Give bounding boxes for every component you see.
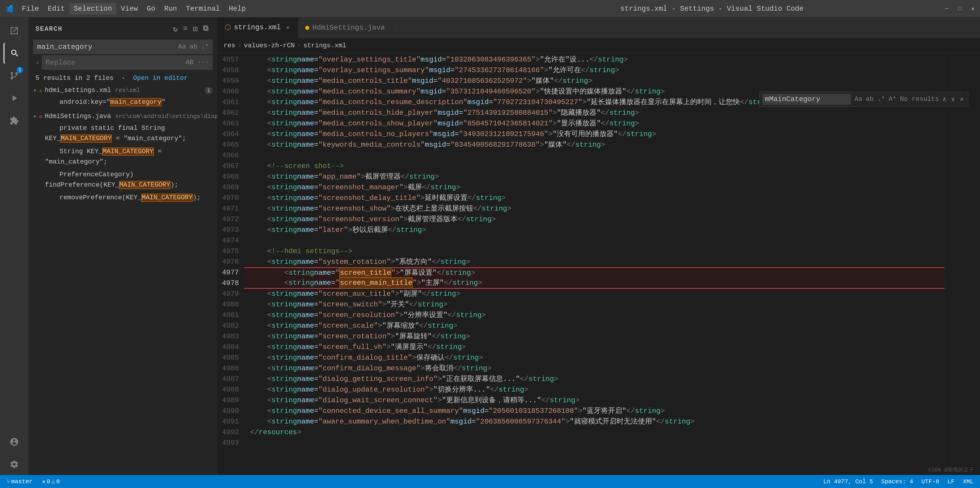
menu-terminal[interactable]: Terminal (181, 3, 224, 14)
match-j4-hl: MAIN_CATEGORY (142, 194, 193, 202)
match-context-before: android:key=" (59, 99, 110, 106)
result-file-header-hdmi[interactable]: ▾ ⚠ hdmi_settings.xml res\xml 1 (29, 85, 217, 96)
code-line-4974 (244, 235, 945, 246)
ln-4990: 4990 (218, 406, 239, 416)
replace-row: › AB ··· (33, 55, 213, 71)
find-close-icon[interactable]: ✕ (959, 94, 965, 104)
refresh-results-button[interactable]: ↻ (172, 23, 180, 35)
code-line-4992: </resources> (244, 427, 945, 438)
ln-4979: 4979 (218, 289, 239, 299)
collapse-all-button[interactable]: ⧉ (202, 23, 210, 35)
status-spaces[interactable]: Spaces: 4 (880, 478, 915, 486)
find-next-icon[interactable]: ∨ (950, 94, 956, 104)
activity-source-control[interactable]: 1 (3, 65, 25, 86)
match-j2-before: String KEY_ (59, 148, 102, 155)
result-match-java-3[interactable]: PreferenceCategory) findPreference(KEY_M… (29, 168, 217, 191)
breadcrumb-values[interactable]: values-zh-rCN (244, 42, 295, 49)
menu-edit[interactable]: Edit (44, 3, 69, 14)
result-match-java-1[interactable]: private static final String KEY_MAIN_CAT… (29, 122, 217, 145)
clear-results-button[interactable]: ≡ (182, 23, 189, 35)
close-button[interactable]: ✕ (969, 5, 977, 12)
activity-extensions[interactable] (3, 110, 25, 131)
tab-close-strings[interactable]: ✕ (285, 23, 291, 32)
status-language[interactable]: XML (961, 478, 975, 486)
match-j1-hl: MAIN_CATEGORY (60, 135, 112, 143)
vscode-logo (3, 3, 15, 14)
match-case-icon[interactable]: Aa (177, 42, 187, 52)
match-j4-after: ); (193, 194, 200, 202)
result-file-header-hdmisettings[interactable]: ▾ ⊘ HdmiSettings.java src\com\android\se… (29, 111, 217, 122)
code-line-4975: <!--hdmi settings--> (244, 246, 945, 257)
ln-4962: 4962 (218, 108, 239, 118)
maximize-button[interactable]: □ (956, 5, 963, 12)
find-match-word-icon[interactable]: ab (865, 94, 875, 104)
search-results: ▾ ⚠ hdmi_settings.xml res\xml 1 android:… (29, 84, 217, 475)
regex-icon[interactable]: .* (200, 42, 210, 52)
tab-hdmisettings-java[interactable]: HdmiSettings.java (298, 17, 392, 38)
breadcrumb-sep-2: › (297, 42, 301, 49)
match-word-icon[interactable]: ab (188, 42, 199, 52)
minimize-button[interactable]: ─ (943, 5, 950, 12)
code-line-4977: <string name="screen_title">"屏幕设置"</stri… (244, 267, 945, 278)
status-errors[interactable]: ✕ 0 ⚠ 0 (40, 477, 62, 486)
code-line-4987: <string name="dialog_getting_screen_info… (244, 374, 945, 385)
result-match-java-2[interactable]: String KEY_MAIN_CATEGORY = "main_categor… (29, 145, 217, 168)
status-line-col[interactable]: Ln 4977, Col 5 (821, 478, 875, 486)
tab-strings-xml[interactable]: ⬡ strings.xml ✕ (218, 17, 298, 38)
search-input[interactable] (33, 40, 177, 54)
code-line-4990: <string name="connected_device_see_all_s… (244, 406, 945, 416)
replace-icon[interactable]: AB (185, 58, 194, 67)
sidebar-title: SEARCH (35, 25, 62, 33)
replace-input[interactable] (42, 56, 185, 70)
match-j4-before: removePreference(KEY_ (59, 194, 142, 202)
breadcrumb-file[interactable]: strings.xml (304, 42, 346, 49)
find-prev-icon[interactable]: ∧ (941, 94, 947, 104)
breadcrumb-res[interactable]: res (224, 42, 235, 49)
ln-4960: 4960 (218, 86, 239, 97)
activity-run-debug[interactable] (3, 87, 25, 109)
menu-selection[interactable]: Selection (70, 3, 116, 14)
menu-go[interactable]: Go (143, 3, 159, 14)
ln-4984: 4984 (218, 342, 239, 353)
code-line-4986: <string name="confirm_dialog_message">将会… (244, 363, 945, 374)
open-in-editor-link[interactable]: Open in editor (133, 75, 188, 82)
activity-explorer[interactable] (3, 20, 25, 41)
replace-more-icon[interactable]: ··· (196, 58, 210, 67)
result-match-java-4[interactable]: removePreference(KEY_MAIN_CATEGORY); (29, 191, 217, 204)
ln-4993: 4993 (218, 438, 239, 448)
status-line-ending[interactable]: LF (946, 478, 956, 486)
ln-4965: 4965 (218, 140, 239, 150)
sidebar-header: SEARCH ↻ ≡ ⊡ ⧉ (29, 17, 217, 38)
code-line-4959: <string name="media_controls_title" msgi… (244, 76, 945, 86)
code-line-4988: <string name="dialog_update_resolution">… (244, 385, 945, 395)
match-context-after: " (161, 99, 165, 106)
find-input[interactable] (762, 94, 851, 105)
result-file-name-java: HdmiSettings.java (45, 113, 111, 120)
main-layout: 1 SEARCH ↻ ≡ ⊡ ⧉ (0, 17, 980, 475)
ln-4972: 4972 (218, 214, 239, 225)
open-new-editor-button[interactable]: ⊡ (192, 23, 199, 35)
status-encoding[interactable]: UTF-8 (920, 478, 941, 486)
code-area[interactable]: <string name="overlay_settings_title" ms… (244, 53, 945, 475)
menu-help[interactable]: Help (225, 3, 250, 14)
menu-run[interactable]: Run (160, 3, 181, 14)
replace-toggle[interactable]: › (33, 58, 42, 68)
activity-search[interactable] (3, 43, 25, 64)
menu-view[interactable]: View (117, 3, 142, 14)
status-branch[interactable]: ⑂ master (5, 478, 34, 486)
spaces-text: Spaces: 4 (881, 478, 913, 485)
find-regex-icon[interactable]: .* (876, 94, 886, 104)
find-preserve-case-icon[interactable]: A* (888, 94, 897, 104)
menu-file[interactable]: File (18, 3, 43, 14)
ln-4992: 4992 (218, 427, 239, 438)
code-line-4968: <string name="app_name">截屏管理器</string> (244, 172, 945, 182)
activity-settings[interactable] (3, 454, 25, 475)
activity-account[interactable] (3, 431, 25, 453)
code-line-4983: <string name="screen_rotation">"屏幕旋转"</s… (244, 331, 945, 342)
result-match-hdmi-1[interactable]: android:key="main_category" (29, 96, 217, 108)
warning-icon: ⚠ (51, 478, 55, 485)
code-line-4972: <string name="screenshot_version">截屏管理器版… (244, 214, 945, 225)
code-line-4984: <string name="screen_full_vh">"满屏显示"</st… (244, 342, 945, 353)
find-match-case-icon[interactable]: Aa (853, 94, 864, 104)
error-icon: ✕ (42, 478, 46, 485)
